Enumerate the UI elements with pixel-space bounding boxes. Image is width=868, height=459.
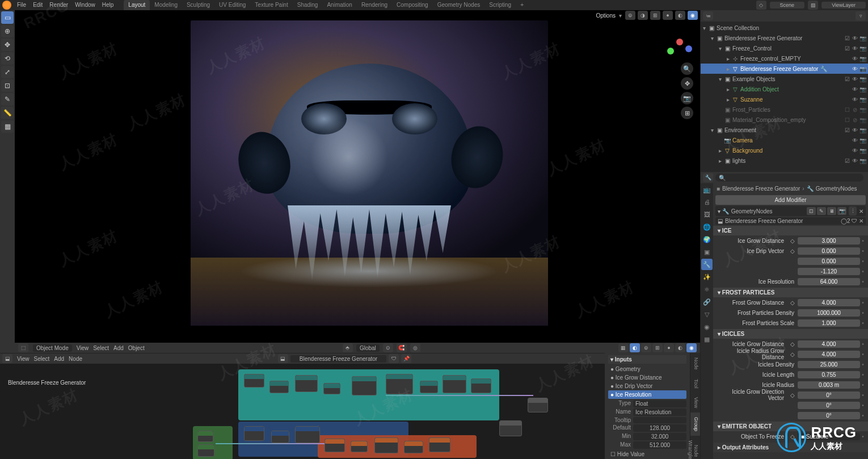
prop-section-header[interactable]: ▾ FROST PARTICLES [713, 288, 868, 297]
outliner-toggle[interactable]: ⊘ [851, 117, 859, 123]
menu-render[interactable]: Render [46, 0, 71, 10]
workspace-texture-paint[interactable]: Texture Paint [250, 0, 292, 10]
ptab-object[interactable]: ▣ [701, 246, 713, 258]
outliner-toggle[interactable]: 📷 [859, 107, 867, 113]
outliner-toggle[interactable]: ☑ [843, 76, 851, 82]
node-node-menu[interactable]: Node [69, 356, 82, 362]
shading-render-icon[interactable]: ◉ [686, 343, 697, 352]
node-editor-type-icon[interactable]: ⬓ [2, 354, 12, 363]
prop-section-header[interactable]: ▾ ICE [713, 226, 868, 235]
prop-driver-icon[interactable]: ◇ [787, 433, 798, 440]
workspace-compositing[interactable]: Compositing [392, 0, 433, 10]
view-menu[interactable]: View [77, 345, 89, 351]
outliner-toggle[interactable]: 👁 [851, 45, 859, 52]
workspace-modeling[interactable]: Modeling [150, 0, 182, 10]
wireframe-shading[interactable]: ⊞ [650, 11, 660, 20]
prop-value[interactable]: 25.000 [798, 361, 860, 368]
node-input-item[interactable]: ● Ice Grow Distance [608, 373, 686, 382]
mesh-select-icon[interactable]: ▦ [618, 343, 629, 352]
snap-icon[interactable]: 🧲 [397, 343, 407, 352]
ptab-modifier[interactable]: 🔧 [701, 259, 713, 270]
3d-viewport[interactable]: Options ▾ ⊚ ◑ ⊞ ● ◐ ◉ [15, 10, 700, 353]
prop-value[interactable]: 1.000 [798, 319, 860, 327]
outliner-row[interactable]: ▾▣Freeze_Control☑👁📷 [701, 43, 868, 53]
prop-section-header[interactable]: ▾ ICICLES [713, 329, 868, 339]
type-select[interactable]: Float [633, 400, 686, 407]
outliner-toggle[interactable]: 📷 [859, 76, 867, 82]
outliner-toggle[interactable]: 👁 [851, 127, 859, 133]
prop-value[interactable]: 0° [798, 402, 860, 409]
props-type-icon[interactable]: 🔧 [703, 173, 713, 182]
proportional-icon[interactable]: ◎ [410, 343, 420, 352]
ortho-gizmo[interactable]: ⊞ [681, 107, 693, 119]
outliner-row[interactable]: ▸⊹Freeze_control_EMPTY👁📷 [701, 53, 868, 64]
outliner-toggle[interactable] [843, 86, 851, 92]
node-tab-node[interactable]: Node [690, 353, 700, 374]
prop-value[interactable]: 4.000 [798, 299, 860, 306]
workspace-scripting[interactable]: Scripting [484, 0, 516, 10]
prop-driver-icon[interactable]: ◇ [787, 341, 798, 347]
outliner-toggle[interactable]: 👁 [851, 56, 859, 62]
camera-gizmo[interactable]: 📷 [681, 92, 693, 104]
max-input[interactable]: 512.000 [633, 441, 686, 449]
mod-render-icon[interactable]: 📷 [837, 207, 846, 215]
outliner-toggle[interactable]: 👁 [851, 148, 859, 154]
prop-driver-icon[interactable]: ◇ [787, 238, 798, 244]
outliner-toggle[interactable] [843, 66, 851, 72]
min-input[interactable]: 32.000 [633, 433, 686, 440]
editor-type-icon[interactable]: ⬚ [18, 343, 28, 352]
outliner-toggle[interactable]: 👁 [851, 35, 859, 41]
node-tab-tool[interactable]: Tool [690, 374, 700, 393]
workspace-shading[interactable]: Shading [293, 0, 323, 10]
prop-section-header[interactable]: ▾ EMITTER OBJECT [713, 422, 868, 431]
modifier-header[interactable]: ▾ 🔧 GeometryNodes ⊡ ✎ 🖥 📷 ⋮ ✕ [715, 206, 866, 216]
node-input-item[interactable]: ● Ice Drip Vector [608, 382, 686, 390]
prop-value[interactable]: 0.755 [798, 371, 860, 378]
rotate-tool[interactable]: ⟲ [1, 52, 14, 65]
workspace-uv-editing[interactable]: UV Editing [214, 0, 250, 10]
overlay-c-icon[interactable]: ⊚ [641, 343, 651, 352]
scene-selector[interactable]: Scene [770, 2, 805, 9]
outliner-row[interactable]: ▾▣Blenderesse Freeze Generator☑👁📷 [701, 33, 868, 43]
outliner-toggle[interactable]: ⊘ [851, 107, 859, 113]
orientation-icon[interactable]: ⬘ [343, 343, 353, 352]
outliner-row[interactable]: ▾▣Example Objects☑👁📷 [701, 74, 868, 84]
outliner-toggle[interactable]: 📷 [859, 66, 867, 72]
prop-value[interactable]: 1000.000 [798, 309, 860, 317]
menu-edit[interactable]: Edit [30, 0, 46, 10]
prop-value[interactable]: 0° [798, 412, 860, 419]
nodegroup-row[interactable]: ⬓ Blenderesse Freeze Generator ◯2 🛡 ✕ [715, 217, 866, 225]
prop-value[interactable]: 3.000 [798, 237, 860, 245]
navigation-gizmo[interactable] [664, 26, 696, 58]
output-attributes-header[interactable]: ▸ Output Attributes [713, 443, 868, 452]
default-input[interactable]: 128.000 [633, 424, 686, 432]
measure-tool[interactable]: 📏 [1, 107, 14, 119]
viewlayer-selector[interactable]: ViewLayer [821, 2, 866, 9]
outliner-type-icon[interactable]: ≔ [703, 11, 713, 20]
prop-driver-icon[interactable]: ◇ [787, 351, 798, 357]
matprev-shading[interactable]: ◐ [675, 11, 685, 20]
prop-value[interactable]: 0.000 [798, 258, 860, 265]
prop-driver-icon[interactable]: ◇ [787, 300, 798, 306]
move-tool[interactable]: ✥ [1, 39, 14, 51]
outliner-toggle[interactable]: 📷 [859, 117, 867, 123]
fake-user-icon[interactable]: 🛡 [389, 354, 399, 363]
outliner-toggle[interactable]: ☑ [843, 127, 851, 133]
scale-tool[interactable]: ⤢ [1, 66, 14, 78]
ptab-material[interactable]: ◉ [701, 321, 713, 332]
prop-driver-icon[interactable]: ◇ [787, 392, 798, 398]
node-add-menu[interactable]: Add [54, 356, 64, 362]
prop-value[interactable]: 64.000 [798, 278, 860, 285]
node-tab-wrangler[interactable]: Node Wrangler [690, 436, 700, 459]
outliner-toggle[interactable]: 📷 [859, 96, 867, 103]
prop-value[interactable]: 0.000 [798, 247, 860, 255]
ptab-physics[interactable]: ⚛ [701, 284, 713, 295]
nodegroup-selector[interactable]: Blenderesse Freeze Generator [290, 355, 386, 363]
outliner-toggle[interactable]: 👁 [851, 158, 859, 164]
mod-cage-icon[interactable]: ⊡ [807, 207, 816, 215]
node-input-item[interactable]: ● Geometry [608, 365, 686, 373]
gizmo-toggle[interactable]: ◑ [638, 11, 648, 20]
outliner-row[interactable]: ▣Material_Composition_empty☐⊘📷 [701, 115, 868, 125]
ptab-data[interactable]: ▽ [701, 309, 713, 320]
node-tab-view[interactable]: View [690, 393, 700, 412]
